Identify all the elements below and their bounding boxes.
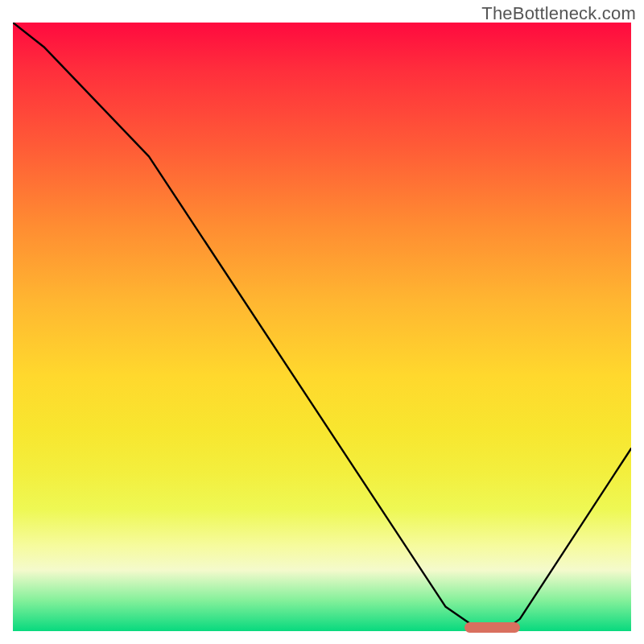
curve-path [13,23,631,628]
plot-area [13,23,631,631]
optimal-range-marker [464,622,520,633]
chart-container: TheBottleneck.com [0,0,644,644]
watermark-text: TheBottleneck.com [481,3,636,24]
bottleneck-curve [13,23,631,631]
